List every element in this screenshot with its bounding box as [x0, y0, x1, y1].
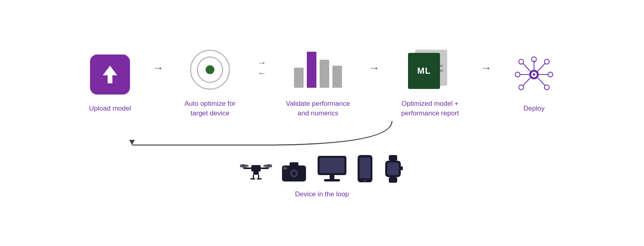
svg-rect-30	[250, 178, 255, 179]
upload-model-icon	[88, 52, 132, 97]
bar-chart-icon	[294, 52, 342, 88]
steps-row: Upload model → Auto optimize fortarget d…	[58, 48, 586, 118]
svg-point-35	[292, 171, 296, 175]
svg-rect-39	[320, 158, 344, 173]
arrow-right-icon-2: →	[368, 63, 380, 74]
ml-text-label: ML	[417, 66, 431, 76]
svg-rect-22	[243, 167, 251, 169]
svg-line-6	[538, 63, 545, 71]
svg-point-24	[240, 164, 249, 167]
auto-optimize-label: Auto optimize fortarget device	[184, 99, 236, 118]
svg-point-9	[548, 72, 553, 77]
deploy-icon	[512, 52, 556, 97]
svg-line-12	[523, 78, 530, 86]
diagram-container: Upload model → Auto optimize fortarget d…	[42, 36, 602, 210]
svg-point-11	[544, 85, 549, 90]
svg-point-13	[519, 85, 524, 90]
curve-arrow-row	[0, 120, 526, 148]
bar-2	[307, 52, 316, 88]
devices-label: Device in the loop	[295, 190, 349, 198]
target-ring	[197, 56, 223, 83]
chart-icon	[296, 48, 340, 92]
smartwatch-icon	[382, 154, 404, 184]
arrow-2: → ←	[246, 58, 278, 108]
feedback-arrow-svg	[92, 119, 432, 149]
svg-point-44	[364, 179, 366, 182]
svg-rect-28	[253, 175, 254, 179]
svg-rect-46	[389, 177, 397, 183]
arrow-3: →	[358, 63, 390, 104]
camera-icon	[280, 158, 308, 184]
svg-rect-29	[258, 175, 259, 179]
bar-3	[320, 60, 329, 88]
drone-icon	[240, 156, 272, 184]
svg-rect-49	[401, 166, 403, 170]
arrow-left-bottom: ←	[258, 69, 266, 78]
ml-doc-front: ML	[408, 53, 440, 89]
svg-rect-41	[324, 179, 340, 181]
arrow-4: →	[470, 63, 502, 104]
ml-document-icon: ML	[408, 50, 452, 90]
upload-model-label: Upload model	[89, 104, 131, 113]
step-optimized-model: ML Optimized model +performance report	[390, 48, 470, 118]
bidirectional-arrow-icon: → ←	[258, 58, 266, 78]
svg-rect-23	[261, 167, 269, 169]
svg-rect-45	[389, 155, 397, 161]
svg-rect-19	[251, 165, 261, 171]
bullseye-icon	[190, 50, 230, 90]
bar-1	[294, 68, 304, 88]
svg-rect-43	[360, 157, 370, 178]
devices-icons-row	[240, 154, 404, 184]
svg-point-15	[515, 72, 520, 77]
arrow-right-icon: →	[152, 63, 164, 74]
deploy-network-icon	[514, 54, 554, 95]
svg-marker-0	[103, 66, 117, 83]
step-auto-optimize: Auto optimize fortarget device	[174, 48, 246, 118]
svg-line-16	[523, 63, 530, 71]
svg-marker-18	[129, 140, 135, 145]
deploy-label: Deploy	[524, 104, 545, 113]
svg-rect-37	[283, 167, 287, 169]
target-center	[206, 65, 214, 74]
ml-model-icon: ML	[406, 48, 454, 92]
svg-point-17	[519, 59, 524, 64]
svg-point-26	[263, 164, 272, 167]
svg-line-10	[538, 78, 545, 86]
validate-label: Validate performanceand numerics	[286, 99, 350, 118]
svg-rect-36	[290, 162, 298, 166]
svg-rect-48	[387, 163, 399, 175]
bar-4	[332, 66, 342, 88]
svg-point-3	[533, 73, 535, 76]
arrow-1: →	[142, 63, 174, 104]
phone-icon	[356, 154, 374, 184]
devices-row: Device in the loop	[240, 154, 404, 198]
svg-rect-31	[257, 178, 262, 179]
step-validate: Validate performanceand numerics	[278, 48, 358, 118]
step-upload-model: Upload model	[78, 52, 142, 113]
svg-point-21	[255, 172, 257, 174]
upload-box-icon	[90, 54, 130, 95]
svg-point-7	[544, 59, 549, 64]
arrow-right-top: →	[258, 58, 266, 67]
optimized-model-label: Optimized model +performance report	[401, 99, 459, 118]
monitor-icon	[316, 154, 348, 184]
target-icon	[188, 48, 232, 92]
arrow-right-icon-3: →	[480, 63, 492, 74]
step-deploy: Deploy	[502, 52, 566, 113]
